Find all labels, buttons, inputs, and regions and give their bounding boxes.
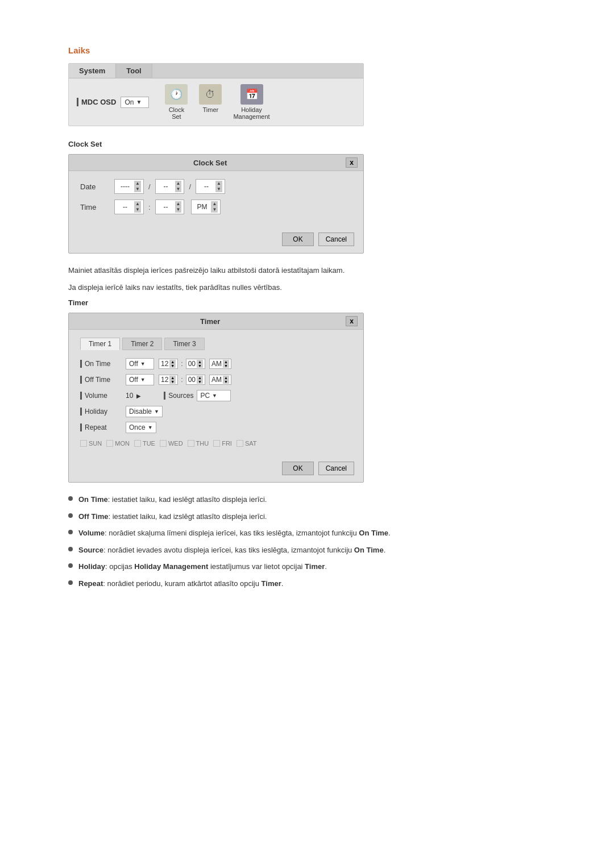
off-ampm-spinner[interactable]: AM ▲ ▼ [209, 375, 231, 385]
mdc-tab-tool[interactable]: Tool [116, 64, 152, 78]
day-sat[interactable]: SAT [237, 440, 257, 447]
on-min-spinner[interactable]: 00 ▲ ▼ [186, 359, 205, 369]
holiday-row: Holiday Disable ▼ [80, 406, 352, 417]
off-time-label: Off Time [80, 376, 126, 384]
time-label: Time [80, 203, 114, 211]
off-min-down[interactable]: ▼ [197, 380, 203, 384]
time-val2-spinner[interactable]: -- ▲ ▼ [155, 200, 185, 214]
on-ampm-down[interactable]: ▼ [223, 364, 229, 368]
off-hour-arrows: ▲ ▼ [169, 376, 176, 384]
on-min-down[interactable]: ▼ [197, 364, 203, 368]
repeat-arrow-icon: ▼ [148, 425, 153, 430]
off-min-up[interactable]: ▲ [197, 376, 203, 380]
timer-title-bar: Timer x [69, 313, 363, 330]
day-tue[interactable]: TUE [134, 440, 155, 447]
date-val3-up[interactable]: ▲ [215, 181, 222, 186]
clock-set-close-button[interactable]: x [346, 157, 358, 168]
time-val2-up[interactable]: ▲ [175, 201, 182, 207]
time-val2-down[interactable]: ▼ [175, 207, 182, 213]
on-hour-up[interactable]: ▲ [169, 360, 176, 364]
bullet-volume: Volume: norādiet skaļuma līmeni displeja… [68, 528, 546, 539]
date-val1-spinner[interactable]: ---- ▲ ▼ [114, 179, 144, 194]
bullet-dot-1 [68, 496, 73, 501]
date-val2-arrows: ▲ ▼ [175, 181, 182, 192]
day-sat-checkbox[interactable] [237, 440, 243, 447]
date-val3-spinner[interactable]: -- ▲ ▼ [196, 179, 225, 194]
clock-set-icon-item[interactable]: 🕐 Clock Set [165, 84, 188, 120]
date-val2-up[interactable]: ▲ [175, 181, 182, 186]
on-hour-spinner[interactable]: 12 ▲ ▼ [159, 359, 178, 369]
day-fri[interactable]: FRI [213, 440, 232, 447]
date-label: Date [80, 182, 114, 191]
day-wed[interactable]: WED [160, 440, 183, 447]
on-min-up[interactable]: ▲ [197, 360, 203, 364]
off-time-dropdown[interactable]: Off ▼ [126, 374, 154, 385]
holiday-dropdown[interactable]: Disable ▼ [126, 406, 163, 417]
sources-label: Sources [164, 392, 193, 400]
on-time-value: Off [129, 360, 138, 368]
timer-tab-3[interactable]: Timer 3 [164, 338, 204, 350]
time-ampm-up[interactable]: ▲ [211, 201, 218, 207]
date-val3-down[interactable]: ▼ [215, 186, 222, 192]
off-min-spinner[interactable]: 00 ▲ ▼ [186, 375, 205, 385]
timer-dialog: Timer x Timer 1 Timer 2 Timer 3 On Time … [68, 313, 364, 483]
day-tue-label: TUE [143, 440, 155, 447]
off-hour-down[interactable]: ▼ [169, 380, 176, 384]
timer-icon-item[interactable]: ⏱ Timer [199, 84, 222, 120]
off-ampm-down[interactable]: ▼ [223, 380, 229, 384]
clock-cancel-button[interactable]: Cancel [318, 232, 354, 246]
day-sun[interactable]: SUN [80, 440, 102, 447]
off-time-value: Off [129, 376, 138, 384]
day-wed-checkbox[interactable] [160, 440, 167, 447]
on-time-spinners: 12 ▲ ▼ : 00 ▲ ▼ AM ▲ [159, 359, 231, 369]
date-val3: -- [198, 182, 214, 190]
off-hour-spinner[interactable]: 12 ▲ ▼ [159, 375, 178, 385]
bullet-text-6: Repeat: norādiet periodu, kuram atkārtot… [78, 578, 283, 589]
day-mon-checkbox[interactable] [106, 440, 113, 447]
bullet-text-4: Source: norādiet ievades avotu displeja … [78, 545, 385, 556]
time-val1-up[interactable]: ▲ [134, 201, 141, 207]
date-val2-down[interactable]: ▼ [175, 186, 182, 192]
sources-dropdown[interactable]: PC ▼ [197, 390, 231, 401]
date-val2-spinner[interactable]: -- ▲ ▼ [155, 179, 185, 194]
on-ampm-spinner[interactable]: AM ▲ ▼ [209, 359, 231, 369]
day-sun-checkbox[interactable] [80, 440, 87, 447]
date-val1-up[interactable]: ▲ [134, 181, 141, 186]
day-thu[interactable]: THU [188, 440, 209, 447]
day-thu-checkbox[interactable] [188, 440, 194, 447]
day-tue-checkbox[interactable] [134, 440, 141, 447]
day-fri-checkbox[interactable] [213, 440, 220, 447]
time-ampm-down[interactable]: ▼ [211, 207, 218, 213]
time-ampm-spinner[interactable]: PM ▲ ▼ [191, 200, 221, 214]
timer-cancel-button[interactable]: Cancel [318, 462, 354, 475]
holiday-label: Holiday [80, 408, 126, 416]
holiday-icon-item[interactable]: 📅 Holiday Management [233, 84, 269, 120]
holiday-value: Disable [129, 408, 152, 416]
timer-close-button[interactable]: x [346, 316, 358, 326]
off-hour-up[interactable]: ▲ [169, 376, 176, 380]
timer-ok-button[interactable]: OK [282, 462, 313, 475]
off-ampm-up[interactable]: ▲ [223, 376, 229, 380]
on-time-colon: : [181, 360, 182, 368]
clock-set-footer: OK Cancel [69, 228, 363, 253]
clock-set-body: Date ---- ▲ ▼ / -- ▲ ▼ / [69, 171, 363, 228]
off-time-colon: : [181, 376, 182, 384]
repeat-dropdown[interactable]: Once ▼ [126, 422, 156, 433]
on-time-dropdown[interactable]: Off ▼ [126, 358, 154, 369]
volume-arrow-icon: ▶ [136, 393, 141, 399]
mdc-osd-dropdown[interactable]: On ▼ [121, 97, 149, 108]
timer-tab-1[interactable]: Timer 1 [80, 338, 120, 350]
time-val1-down[interactable]: ▼ [134, 207, 141, 213]
mdc-panel: System Tool MDC OSD On ▼ 🕐 Clock Set ⏱ T… [68, 63, 364, 126]
holiday-icon: 📅 [240, 84, 263, 105]
timer-tab-2[interactable]: Timer 2 [122, 338, 162, 350]
on-hour-down[interactable]: ▼ [169, 364, 176, 368]
clock-ok-button[interactable]: OK [282, 232, 313, 246]
mdc-tab-system[interactable]: System [69, 64, 116, 78]
on-ampm-up[interactable]: ▲ [223, 360, 229, 364]
date-val1-down[interactable]: ▼ [134, 186, 141, 192]
off-time-arrow-icon: ▼ [140, 377, 146, 383]
time-val1-spinner[interactable]: -- ▲ ▼ [114, 200, 144, 214]
day-mon[interactable]: MON [106, 440, 130, 447]
bullet-off-time: Off Time: iestatiet laiku, kad izslēgt a… [68, 511, 546, 522]
